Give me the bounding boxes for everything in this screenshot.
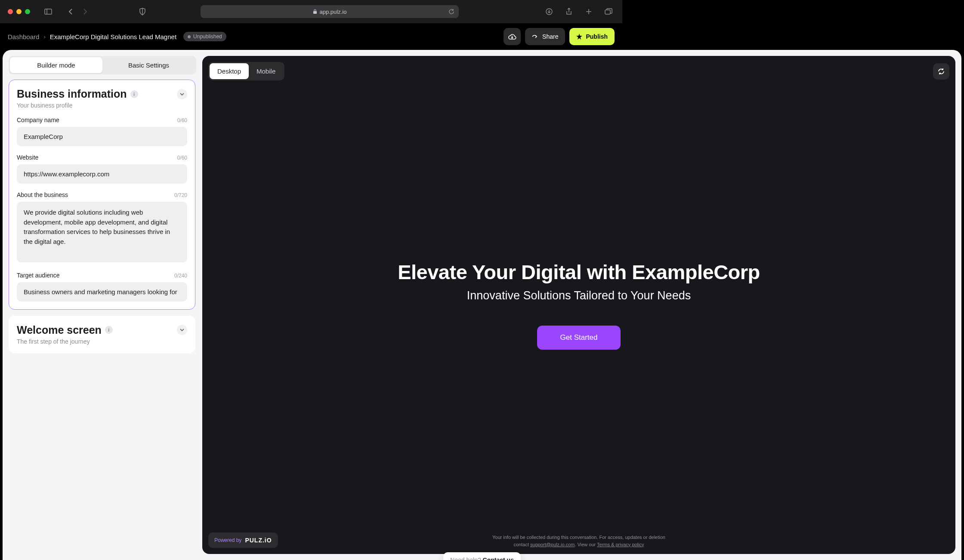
collapse-button[interactable] — [177, 89, 187, 99]
page-title: ExampleCorp Digital Solutions Lead Magne… — [50, 33, 176, 40]
minimize-window-button[interactable] — [16, 9, 22, 14]
window-controls — [8, 9, 30, 14]
tab-basic-settings[interactable]: Basic Settings — [102, 57, 195, 73]
target-audience-input[interactable] — [17, 282, 187, 302]
status-label: Unpublished — [193, 34, 222, 40]
new-tab-icon[interactable] — [583, 6, 595, 18]
field-counter: 0/60 — [177, 155, 187, 161]
status-badge: Unpublished — [183, 32, 226, 41]
field-counter: 0/720 — [174, 192, 187, 198]
tab-mobile[interactable]: Mobile — [249, 63, 283, 79]
field-company-name: Company name 0/60 — [17, 117, 187, 146]
preview-heading: Elevate Your Digital with ExampleCorp — [398, 260, 622, 284]
field-label: About the business — [17, 191, 68, 198]
field-label: Company name — [17, 117, 59, 123]
preview-content: Elevate Your Digital with ExampleCorp In… — [202, 56, 622, 361]
svg-rect-3 — [313, 11, 317, 14]
breadcrumb-root[interactable]: Dashboard — [8, 33, 39, 40]
forward-button[interactable] — [79, 6, 91, 18]
mode-tabs: Builder mode Basic Settings — [9, 56, 196, 74]
app-header: Dashboard › ExampleCorp Digital Solution… — [0, 23, 622, 50]
section-title: Business information — [17, 88, 127, 100]
field-target-audience: Target audience 0/240 — [17, 272, 187, 302]
field-label: Website — [17, 154, 38, 161]
preview-panel: Desktop Mobile Elevate Your Digital with… — [202, 56, 622, 361]
tabs-overview-icon[interactable] — [602, 6, 615, 18]
status-dot-icon — [188, 35, 191, 38]
svg-rect-8 — [605, 10, 610, 14]
preview-header: Desktop Mobile — [208, 62, 622, 80]
section-title: Welcome screen — [17, 324, 102, 336]
left-panel: Builder mode Basic Settings Business inf… — [9, 56, 196, 361]
nav-arrows — [65, 6, 91, 18]
chrome-right-actions — [543, 6, 615, 18]
field-website: Website 0/60 — [17, 154, 187, 184]
browser-chrome: app.pulz.io — [0, 0, 622, 23]
tab-builder-mode[interactable]: Builder mode — [10, 57, 102, 73]
field-about-business: About the business 0/720 — [17, 191, 187, 264]
maximize-window-button[interactable] — [25, 9, 30, 14]
section-welcome-screen[interactable]: Welcome screen i The first step of the j… — [9, 316, 195, 353]
section-business-information[interactable]: Business information i Your business pro… — [9, 80, 195, 310]
header-actions: Share Publish — [504, 28, 615, 45]
publish-button[interactable]: Publish — [569, 28, 615, 45]
sidebar-toggle-icon[interactable] — [42, 6, 54, 18]
device-tabs: Desktop Mobile — [208, 62, 284, 80]
publish-label: Publish — [586, 33, 608, 40]
section-subtitle: Your business profile — [17, 102, 187, 109]
main-area: Builder mode Basic Settings Business inf… — [3, 50, 622, 361]
about-business-input[interactable] — [17, 202, 187, 262]
preview-subheading: Innovative Solutions Tailored to Your Ne… — [467, 289, 622, 302]
collapse-button[interactable] — [177, 325, 187, 335]
downloads-icon[interactable] — [543, 6, 555, 18]
share-icon[interactable] — [563, 6, 575, 18]
info-icon[interactable]: i — [130, 90, 138, 98]
privacy-shield-icon[interactable] — [136, 6, 148, 18]
url-text: app.pulz.io — [320, 9, 347, 15]
tab-desktop[interactable]: Desktop — [210, 63, 249, 79]
section-subtitle: The first step of the journey — [17, 338, 187, 345]
share-label: Share — [542, 33, 558, 40]
breadcrumb-separator: › — [43, 34, 45, 40]
reload-icon[interactable] — [448, 9, 454, 15]
share-button[interactable]: Share — [525, 28, 565, 45]
sections-scroll[interactable]: Business information i Your business pro… — [9, 80, 196, 361]
get-started-button[interactable]: Get Started — [537, 326, 621, 350]
company-name-input[interactable] — [17, 127, 187, 146]
cloud-save-button[interactable] — [504, 28, 521, 45]
website-input[interactable] — [17, 164, 187, 184]
close-window-button[interactable] — [8, 9, 13, 14]
lock-icon — [313, 9, 317, 14]
back-button[interactable] — [65, 6, 77, 18]
field-counter: 0/60 — [177, 117, 187, 123]
field-label: Target audience — [17, 272, 60, 279]
info-icon[interactable]: i — [105, 326, 113, 334]
url-bar[interactable]: app.pulz.io — [201, 5, 459, 18]
field-counter: 0/240 — [174, 273, 187, 279]
svg-rect-0 — [45, 9, 52, 14]
